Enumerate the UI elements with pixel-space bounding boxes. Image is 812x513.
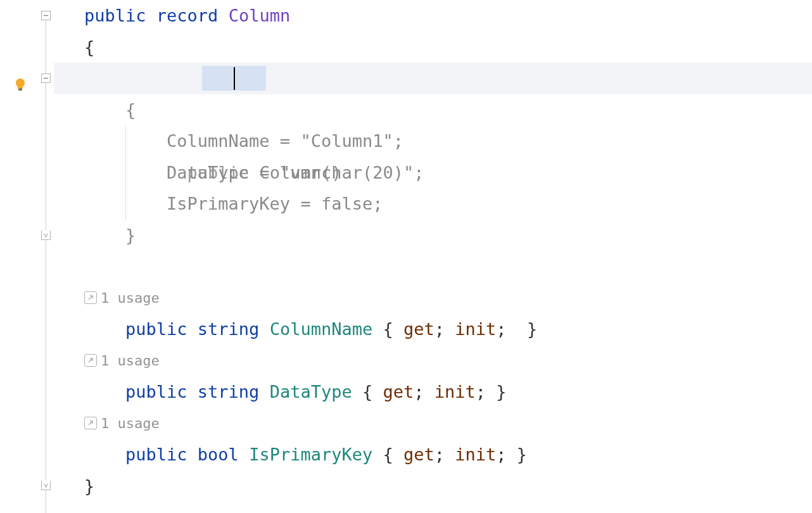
code-line[interactable]: { <box>54 94 812 126</box>
code-line[interactable]: { <box>54 32 812 63</box>
blank-line[interactable] <box>54 251 812 282</box>
usage-inlay[interactable]: 1 usage <box>54 408 812 440</box>
fold-column <box>41 0 54 513</box>
usage-arrow-icon <box>84 354 97 367</box>
fold-end-icon[interactable] <box>41 481 51 490</box>
code-line[interactable]: public string DataType { get; init; } <box>54 376 812 408</box>
code-line[interactable]: public string ColumnName { get; init; } <box>54 314 812 345</box>
svg-rect-0 <box>18 89 22 89</box>
usage-arrow-icon <box>84 291 97 304</box>
code-line[interactable]: DataType = "varchar(20)"; <box>54 157 812 189</box>
usage-arrow-icon <box>84 417 97 429</box>
fold-toggle-icon[interactable] <box>41 11 51 20</box>
usage-count: 1 usage <box>101 345 160 377</box>
code-line[interactable]: } <box>54 220 812 251</box>
code-line[interactable]: public bool IsPrimaryKey { get; init; } <box>54 439 812 471</box>
fold-toggle-icon[interactable] <box>41 73 51 83</box>
gutter <box>0 0 41 513</box>
code-line[interactable]: } <box>54 471 812 502</box>
svg-rect-1 <box>19 90 22 91</box>
usage-inlay[interactable]: 1 usage <box>54 282 812 314</box>
code-line-current[interactable]: public Column() <box>54 63 812 94</box>
text-caret <box>234 67 235 90</box>
lightbulb-icon[interactable] <box>13 71 28 86</box>
usage-count: 1 usage <box>101 408 160 440</box>
code-area[interactable]: public record Column { public Column() {… <box>54 0 812 513</box>
usage-inlay[interactable]: 1 usage <box>54 345 812 377</box>
code-editor[interactable]: public record Column { public Column() {… <box>0 0 812 513</box>
code-line[interactable]: public record Column <box>54 0 812 32</box>
usage-count: 1 usage <box>101 282 160 314</box>
code-line[interactable]: IsPrimaryKey = false; <box>54 188 812 220</box>
code-line[interactable]: ColumnName = "Column1"; <box>54 125 812 157</box>
fold-end-icon[interactable] <box>41 231 51 240</box>
